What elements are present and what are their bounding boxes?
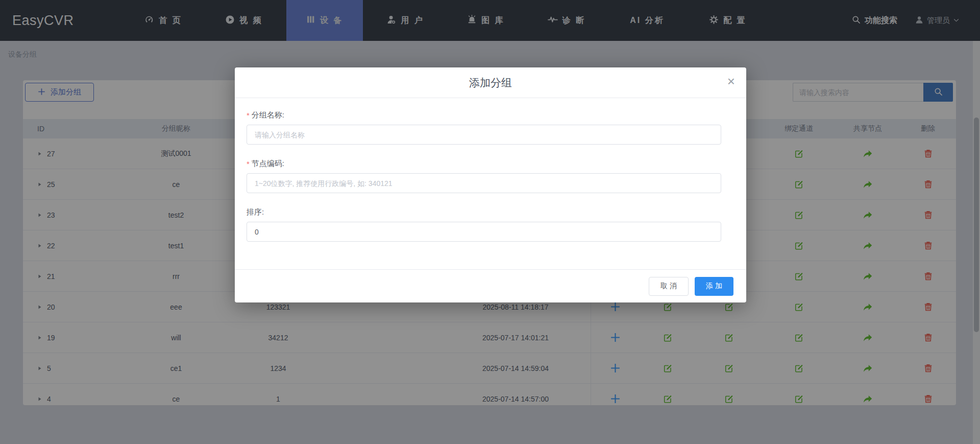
modal-header: 添加分组 ×: [235, 67, 746, 98]
sort-input[interactable]: [247, 222, 721, 242]
modal-footer: 取 消 添 加: [235, 269, 746, 302]
add-group-modal: 添加分组 × *分组名称:*节点编码:排序: 取 消 添 加: [235, 67, 746, 302]
required-asterisk: *: [247, 159, 250, 168]
required-asterisk: *: [247, 111, 250, 120]
group-name-label: *分组名称:: [247, 110, 733, 120]
confirm-add-button[interactable]: 添 加: [695, 277, 733, 296]
node-code-label: *节点编码:: [247, 159, 733, 169]
group-name-form-item: *分组名称:: [247, 110, 733, 145]
node-code-input[interactable]: [247, 173, 721, 193]
close-icon[interactable]: ×: [727, 75, 735, 88]
modal-title: 添加分组: [469, 76, 512, 90]
node-code-form-item: *节点编码:: [247, 159, 733, 193]
sort-label: 排序:: [247, 207, 733, 217]
modal-body: *分组名称:*节点编码:排序:: [235, 98, 746, 269]
sort-form-item: 排序:: [247, 207, 733, 242]
group-name-input[interactable]: [247, 125, 721, 145]
cancel-button[interactable]: 取 消: [649, 277, 689, 296]
